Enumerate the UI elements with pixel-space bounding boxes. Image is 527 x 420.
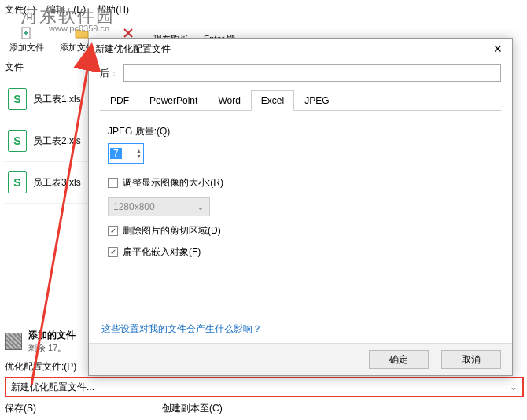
resolution-value: 1280x800	[113, 201, 155, 212]
flatten-row[interactable]: 扁平化嵌入对象(F)	[108, 245, 493, 259]
resolution-select: 1280x800 ⌄	[108, 197, 210, 216]
excel-tab-content: JPEG 质量:(Q) 7 ▲▼ 调整显示图像的大小:(R) 1280x800 …	[100, 122, 501, 270]
jpeg-quality-value: 7	[110, 148, 122, 159]
tab-word[interactable]: Word	[208, 90, 250, 111]
chevron-down-icon: ⌄	[197, 201, 205, 212]
spinner-arrows-icon[interactable]: ▲▼	[136, 148, 142, 159]
crop-label: 删除图片的剪切区域(D)	[123, 224, 221, 238]
dialog-titlebar: 新建优化配置文件 ✕	[89, 39, 512, 60]
chevron-down-icon: ⌄	[510, 381, 518, 392]
type-tabs: PDF PowerPoint Word Excel JPEG	[100, 90, 501, 111]
resize-checkbox[interactable]	[108, 178, 118, 188]
dialog-title: 新建优化配置文件	[95, 42, 171, 56]
save-label: 保存(S)	[5, 402, 36, 415]
add-file-label: 添加文件	[9, 42, 44, 53]
name-field-label: 后：	[100, 67, 119, 80]
dialog-footer: 确定 取消	[89, 343, 512, 375]
crop-checkbox[interactable]	[108, 226, 118, 236]
tab-pdf[interactable]: PDF	[100, 90, 139, 111]
file-name: 员工表2.xls	[33, 134, 81, 148]
help-link[interactable]: 这些设置对我的文件会产生什么影响？	[101, 322, 262, 336]
tab-jpeg[interactable]: JPEG	[294, 90, 339, 111]
name-field-row: 后：	[100, 64, 501, 82]
jpeg-quality-spinner[interactable]: 7 ▲▼	[108, 143, 144, 164]
xls-file-icon	[8, 171, 27, 193]
tab-powerpoint[interactable]: PowerPoint	[139, 90, 208, 111]
name-input[interactable]	[123, 64, 501, 82]
copy-to-label: 创建副本至(C)	[162, 402, 223, 415]
resize-label: 调整显示图像的大小:(R)	[123, 176, 223, 190]
ok-button[interactable]: 确定	[369, 350, 429, 369]
file-name: 员工表1.xls	[33, 93, 81, 106]
cancel-button[interactable]: 取消	[441, 350, 501, 369]
profile-select[interactable]: 新建优化配置文件... ⌄	[5, 377, 524, 397]
remaining-label: 剩余 17。	[28, 342, 76, 354]
crop-row[interactable]: 删除图片的剪切区域(D)	[108, 224, 493, 238]
xls-file-icon	[8, 88, 27, 110]
flatten-checkbox[interactable]	[108, 247, 118, 257]
jpeg-quality-label: JPEG 质量:(Q)	[108, 125, 493, 138]
profile-select-value: 新建优化配置文件...	[11, 381, 94, 394]
new-profile-dialog: 新建优化配置文件 ✕ 后： PDF PowerPoint Word Excel …	[88, 38, 513, 376]
added-files-label: 添加的文件	[28, 329, 76, 342]
dialog-body: 后： PDF PowerPoint Word Excel JPEG JPEG 质…	[89, 60, 512, 278]
file-name: 员工表3.xls	[33, 176, 81, 190]
resize-row[interactable]: 调整显示图像的大小:(R)	[108, 176, 493, 190]
xls-file-icon	[8, 130, 27, 152]
save-row: 保存(S) 创建副本至(C)	[5, 402, 521, 415]
flatten-label: 扁平化嵌入对象(F)	[123, 245, 201, 259]
files-icon	[5, 333, 22, 350]
close-icon[interactable]: ✕	[490, 42, 506, 56]
watermark-url: www.pc0359.cn	[49, 24, 109, 33]
tab-excel[interactable]: Excel	[251, 90, 294, 111]
